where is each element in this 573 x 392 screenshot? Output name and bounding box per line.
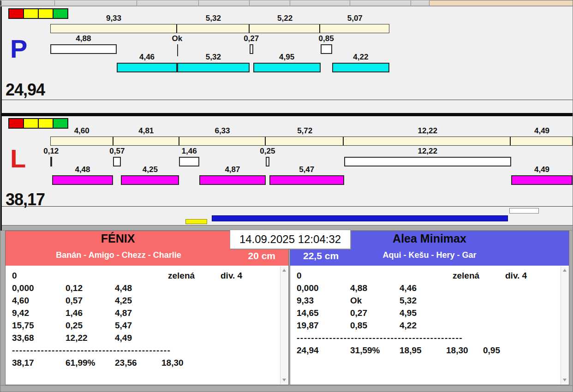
arrow-down-icon (563, 379, 567, 381)
stock-segment-length: 5,07 (347, 14, 363, 23)
panel-letter: P (10, 36, 27, 62)
waste-length: 0,57 (109, 147, 125, 156)
profile-panel-l: 4,604,816,335,7212,224,490,120,571,460,2… (2, 116, 573, 207)
stock-segment (51, 24, 177, 33)
table-cell: div. 4 (505, 269, 527, 282)
table-cell: 4,48 (115, 282, 132, 294)
table-row: 4,600,574,25 (6, 294, 288, 307)
stock-segment-length: 12,22 (418, 126, 437, 136)
toolbar-segment[interactable] (290, 0, 350, 6)
panel-total-length: 24,94 (6, 80, 45, 100)
panel-letter: L (10, 146, 26, 172)
datetime-display: 14.09.2025 12:04:32 (230, 230, 351, 249)
waste-length: 0,25 (260, 147, 275, 156)
toolbar-segment[interactable] (411, 0, 430, 6)
stock-bar (50, 137, 573, 146)
table-cell: 24,94 (297, 344, 319, 356)
table-cell: 15,75 (12, 319, 34, 332)
table-cell: 0,25 (66, 319, 83, 332)
stock-segment (250, 24, 320, 33)
waste-length: 0,85 (319, 34, 334, 43)
cut-list-right: 0zelenádiv. 40,0004,884,469,33Ok5,3214,6… (290, 266, 569, 385)
table-row: 0,0000,124,48 (6, 282, 288, 294)
piece-length: 4,22 (353, 53, 368, 62)
ok-tick-mark (177, 44, 178, 56)
waste-length: 0,27 (244, 34, 259, 43)
piece-length: 4,87 (225, 165, 240, 174)
piece-length: 4,49 (534, 165, 549, 174)
table-cell: 0,57 (66, 294, 83, 307)
table-row: 9,421,464,87 (6, 307, 288, 319)
table-cell: 61,99% (66, 356, 95, 369)
stock-segment-length: 4,60 (74, 126, 90, 136)
toolbar-segment[interactable] (250, 0, 290, 6)
waste-box (321, 44, 332, 54)
piece-bar (121, 175, 179, 185)
toolbar-segment[interactable] (0, 0, 55, 6)
table-row: 0zelenádiv. 4 (290, 269, 569, 282)
stock-segment (344, 137, 511, 145)
piece-bar (332, 63, 389, 72)
table-row: 38,1761,99%23,5618,30 (6, 356, 288, 369)
piece-length: 5,32 (206, 53, 221, 62)
toolbar-segment[interactable] (350, 0, 411, 6)
piece-length: 4,25 (143, 165, 158, 174)
table-cell: 14,65 (297, 307, 319, 319)
table-row: 0zelenádiv. 4 (6, 269, 288, 282)
table-cell: 4,87 (115, 307, 132, 319)
table-cell: 5,47 (115, 319, 132, 332)
status-light (23, 118, 39, 129)
table-row: 9,33Ok5,32 (290, 294, 569, 307)
table-cell: 18,30 (161, 356, 184, 369)
toolbar-segment[interactable] (55, 0, 137, 6)
stock-segment (179, 137, 266, 145)
table-cell: 4,88 (350, 282, 367, 294)
waste-box (50, 157, 52, 166)
waste-box (179, 157, 199, 166)
recipe-dimension: 20 cm (248, 250, 275, 261)
toolbar-right-filler (430, 0, 573, 6)
waste-length: 1,46 (182, 147, 197, 156)
table-cell: 4,22 (400, 319, 417, 332)
waste-box (250, 44, 253, 54)
recipe-footer: FÉNIX Banán - Amigo - Chezz - Charlie 20… (0, 231, 573, 385)
table-cell: 0,95 (483, 344, 500, 356)
stock-segment-length: 4,81 (138, 126, 154, 136)
recipe-title: FÉNIX (6, 232, 230, 245)
stock-segment-length: 4,49 (534, 126, 549, 136)
table-cell: 4,25 (115, 294, 132, 307)
status-light (23, 8, 39, 19)
piece-bar (52, 175, 113, 185)
status-light (8, 8, 24, 19)
scroll-down-button[interactable] (561, 376, 568, 384)
table-cell: zelená (168, 269, 195, 282)
table-separator: ----------------------------------------… (6, 344, 288, 356)
piece-bar (253, 63, 321, 72)
table-cell: 0,000 (12, 282, 34, 294)
recipe-dimension: 22,5 cm (303, 250, 339, 261)
table-cell: 33,68 (12, 332, 34, 344)
table-cell: 1,46 (66, 307, 83, 319)
piece-bar (269, 175, 344, 185)
waste-box (266, 157, 269, 166)
table-cell: 38,17 (12, 356, 34, 369)
table-cell: 4,46 (400, 282, 417, 294)
table-cell: 4,49 (115, 332, 132, 344)
waste-length: 4,88 (76, 34, 91, 43)
table-cell: 9,33 (297, 294, 314, 307)
toolbar-segment[interactable] (137, 0, 199, 6)
table-cell: 9,42 (12, 307, 29, 319)
progress-bar-blue (212, 215, 508, 221)
table-cell: 0,85 (350, 319, 367, 332)
waste-length: 12,22 (418, 147, 437, 156)
table-row: 24,9431,59%18,9518,300,95 (290, 344, 569, 356)
table-cell: 12,22 (66, 332, 88, 344)
table-cell: 0 (297, 269, 302, 282)
status-light (53, 118, 68, 129)
table-cell: 4,95 (400, 307, 417, 319)
toolbar-segment[interactable] (199, 0, 250, 6)
recipe-card-alea-minimax: Alea Minimax Aqui - Kešu - Hery - Gar 22… (290, 231, 569, 385)
scroll-down-button[interactable] (281, 376, 288, 384)
table-cell: div. 4 (221, 269, 242, 282)
table-row: 0,0004,884,46 (290, 282, 569, 294)
